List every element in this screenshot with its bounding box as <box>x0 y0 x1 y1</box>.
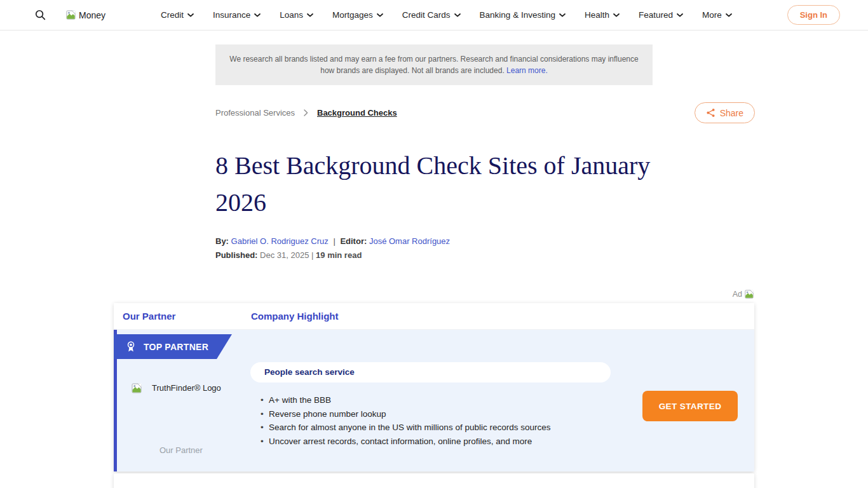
company-highlight-column-header: Company Highlight <box>251 311 339 322</box>
get-started-button[interactable]: GET STARTED <box>642 391 738 421</box>
editor-link[interactable]: José Omar Rodríguez <box>369 236 450 246</box>
learn-more-link[interactable]: Learn more. <box>506 66 548 75</box>
published-line: Published: Dec 31, 2025 | 19 min read <box>215 250 653 260</box>
logo-alt-text: Money <box>79 10 105 20</box>
published-date: Dec 31, 2025 <box>260 250 309 260</box>
article-title: 8 Best Background Check Sites of January… <box>215 147 653 221</box>
nav-item-health[interactable]: Health <box>585 10 620 20</box>
nav-item-loans[interactable]: Loans <box>280 10 313 20</box>
partner-card-header: Our Partner Company Highlight <box>114 303 754 330</box>
editor-label: Editor: <box>340 236 367 246</box>
chevron-down-icon <box>307 13 313 17</box>
nav-item-featured[interactable]: Featured <box>639 10 683 20</box>
nav-item-credit-cards[interactable]: Credit Cards <box>402 10 461 20</box>
search-button[interactable] <box>32 6 49 24</box>
byline: By: Gabriel O. Rodriguez Cruz | Editor: … <box>215 236 653 246</box>
chevron-down-icon <box>559 13 566 17</box>
nav-item-insurance[interactable]: Insurance <box>213 10 261 20</box>
ad-label: Ad <box>733 290 742 299</box>
share-button[interactable]: Share <box>695 102 755 123</box>
breadcrumb: Professional Services Background Checks … <box>215 102 653 123</box>
broken-image-icon <box>65 10 76 20</box>
service-highlight-pill: People search service <box>250 362 611 383</box>
search-icon <box>34 9 46 21</box>
our-partner-caption: Our Partner <box>159 445 203 455</box>
highlight-bullet-list: A+ with the BBB Reverse phone number loo… <box>261 393 550 448</box>
our-partner-column-header: Our Partner <box>123 311 251 322</box>
chevron-down-icon <box>613 13 620 17</box>
highlight-bullet: A+ with the BBB <box>261 393 550 407</box>
disclosure-banner: We research all brands listed and may ea… <box>215 44 653 85</box>
partner-comparison-card: Our Partner Company Highlight TOP PARTNE… <box>114 303 754 471</box>
share-label: Share <box>720 108 743 118</box>
next-section-preview <box>114 473 754 488</box>
by-label: By: <box>215 236 229 246</box>
top-navigation-bar: Money Credit Insurance Loans Mortgages C… <box>0 0 868 30</box>
byline-separator: | <box>333 236 335 246</box>
partner-card-body: TOP PARTNER TruthFinder® Logo Our Partne… <box>114 330 754 471</box>
chevron-down-icon <box>677 13 683 17</box>
nav-item-more[interactable]: More <box>702 10 732 20</box>
partner-logo[interactable]: TruthFinder® Logo <box>131 383 221 394</box>
breadcrumb-parent[interactable]: Professional Services <box>215 108 295 118</box>
chevron-down-icon <box>726 13 732 17</box>
money-logo[interactable]: Money <box>65 10 105 20</box>
publine-separator: | <box>311 250 313 260</box>
nav-item-credit[interactable]: Credit <box>161 10 194 20</box>
chevron-right-icon <box>304 109 308 116</box>
highlight-bullet: Reverse phone number lookup <box>261 407 550 421</box>
primary-nav: Credit Insurance Loans Mortgages Credit … <box>118 10 775 20</box>
partner-logo-alt-text: TruthFinder® Logo <box>152 383 221 393</box>
published-label: Published: <box>215 250 257 260</box>
chevron-down-icon <box>454 13 461 17</box>
share-icon <box>706 108 715 118</box>
top-partner-badge: TOP PARTNER <box>114 334 232 359</box>
breadcrumb-current[interactable]: Background Checks <box>317 108 397 118</box>
author-link[interactable]: Gabriel O. Rodriguez Cruz <box>231 236 329 246</box>
nav-item-banking-investing[interactable]: Banking & Investing <box>480 10 566 20</box>
broken-image-icon <box>744 289 754 299</box>
medal-icon <box>125 341 137 353</box>
highlight-bullet: Uncover arrest records, contact informat… <box>261 435 550 449</box>
top-partner-label: TOP PARTNER <box>144 342 208 352</box>
highlight-bullet: Search for almost anyone in the US with … <box>261 421 550 435</box>
sign-in-button[interactable]: Sign In <box>787 5 840 25</box>
chevron-down-icon <box>187 13 194 17</box>
nav-item-mortgages[interactable]: Mortgages <box>332 10 383 20</box>
chevron-down-icon <box>377 13 383 17</box>
broken-image-icon <box>131 383 142 394</box>
chevron-down-icon <box>254 13 261 17</box>
read-time: 19 min read <box>316 250 362 260</box>
page-content: We research all brands listed and may ea… <box>114 44 754 488</box>
ad-label-row: Ad <box>114 289 754 299</box>
disclosure-text: We research all brands listed and may ea… <box>229 55 638 75</box>
